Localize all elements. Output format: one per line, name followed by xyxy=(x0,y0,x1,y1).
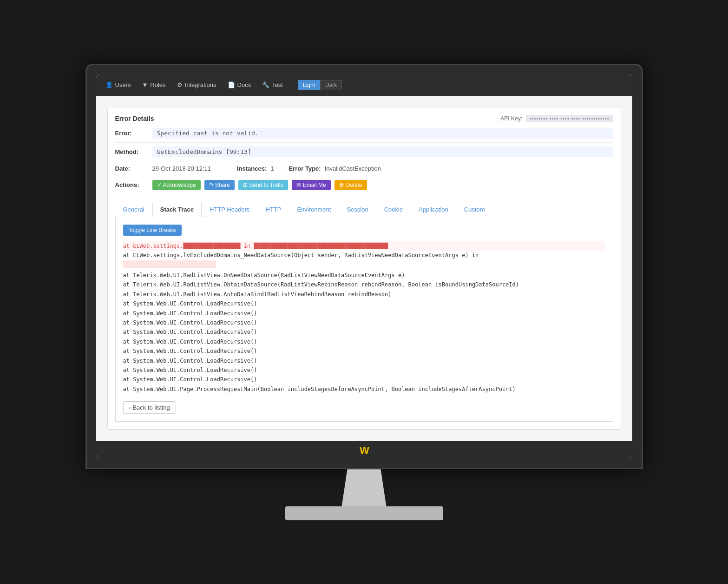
panel-title: Error Details xyxy=(115,115,154,122)
instances-label: Instances: xyxy=(237,165,267,172)
nav-item-docs[interactable]: 📄 Docs xyxy=(228,81,251,88)
tabs-container: General Stack Trace HTTP Headers HTTP En… xyxy=(115,202,613,422)
date-label: Date: xyxy=(115,165,152,172)
nav-item-users[interactable]: 👤 Users xyxy=(105,81,131,88)
theme-dark-button[interactable]: Dark xyxy=(320,80,342,90)
stack-trace-line: at System.Web.UI.Control.LoadRecursive() xyxy=(123,309,605,318)
rules-icon: ▼ xyxy=(142,81,148,88)
actions-row: Actions: ✓ Acknowledge ↷ Share ⊞ Send to… xyxy=(115,180,613,194)
tab-general[interactable]: General xyxy=(115,202,152,217)
stack-trace-content: at ELWeb.settings.█████████████████ in █… xyxy=(123,241,605,394)
monitor-wrapper: 👤 Users ▼ Rules ⚙ Integrations 📄 Docs 🔧 xyxy=(85,64,643,520)
error-type-item: Error Type: InvalidCastException xyxy=(289,165,381,172)
actions-list: ✓ Acknowledge ↷ Share ⊞ Send to Trello ✉… xyxy=(152,180,613,190)
monitor-stand-base xyxy=(285,506,443,520)
stack-trace-line: at System.Web.UI.Page.ProcessRequestMain… xyxy=(123,385,605,394)
monitor-stand-neck xyxy=(336,469,392,506)
send-to-trello-button[interactable]: ⊞ Send to Trello xyxy=(238,180,288,190)
tab-cookie[interactable]: Cookie xyxy=(376,202,411,217)
tab-http-headers[interactable]: HTTP Headers xyxy=(202,202,257,217)
actions-label: Actions: xyxy=(115,181,152,188)
stack-trace-line: at Telerik.Web.UI.RadListView.OnNeedData… xyxy=(123,271,605,280)
delete-button[interactable]: 🗑 Delete xyxy=(334,180,367,190)
stack-trace-line: at System.Web.UI.Control.LoadRecursive() xyxy=(123,318,605,327)
brand-logo: W xyxy=(360,445,368,457)
monitor-screen: 👤 Users ▼ Rules ⚙ Integrations 📄 Docs 🔧 xyxy=(85,64,643,469)
docs-icon: 📄 xyxy=(228,81,235,88)
method-label: Method: xyxy=(115,148,152,155)
api-key-section: API Key: •••••••• •••• •••• •••• •••••••… xyxy=(500,115,613,122)
stack-trace-line: at System.Web.UI.Control.LoadRecursive() xyxy=(123,337,605,346)
tab-custom[interactable]: Custom xyxy=(456,202,493,217)
tabs-list: General Stack Trace HTTP Headers HTTP En… xyxy=(115,202,613,217)
theme-light-button[interactable]: Light xyxy=(298,80,320,90)
email-me-button[interactable]: ✉ Email Me xyxy=(292,180,330,190)
tab-http[interactable]: HTTP xyxy=(258,202,289,217)
stack-trace-line: at System.Web.UI.Control.LoadRecursive() xyxy=(123,299,605,308)
back-to-listing-button[interactable]: ‹ Back to listing xyxy=(123,401,176,414)
date-value: 29-Oct-2018 20:12:11 xyxy=(152,165,211,172)
main-content: Error Details API Key: •••••••• •••• •••… xyxy=(96,96,632,441)
error-row: Error: Specified cast is not valid. xyxy=(115,128,613,143)
tab-content-stack-trace: Toggle Line Breaks at ELWeb.settings.███… xyxy=(115,217,613,422)
top-nav: 👤 Users ▼ Rules ⚙ Integrations 📄 Docs 🔧 xyxy=(96,74,632,96)
monitor-logo-bar: W xyxy=(96,441,632,458)
acknowledge-button[interactable]: ✓ Acknowledge xyxy=(152,180,201,190)
nav-item-test[interactable]: 🔧 Test xyxy=(262,81,283,88)
tab-environment[interactable]: Environment xyxy=(289,202,339,217)
api-key-value: •••••••• •••• •••• •••• •••••••••••• xyxy=(526,115,613,122)
stack-trace-line: at System.Web.UI.Control.LoadRecursive() xyxy=(123,327,605,337)
meta-section: 29-Oct-2018 20:12:11 Instances: 1 Error … xyxy=(152,165,613,172)
tab-session[interactable]: Session xyxy=(339,202,376,217)
stack-trace-line: at System.Web.UI.Control.LoadRecursive() xyxy=(123,346,605,356)
integrations-icon: ⚙ xyxy=(177,81,183,88)
instances-item: Instances: 1 xyxy=(237,165,274,172)
error-value: Specified cast is not valid. xyxy=(152,128,613,139)
error-details-panel: Error Details API Key: •••••••• •••• •••… xyxy=(107,107,621,430)
stack-trace-line: at Telerik.Web.UI.RadListView.AutoDataBi… xyxy=(123,290,605,299)
share-button[interactable]: ↷ Share xyxy=(204,180,235,190)
stack-trace-line: at System.Web.UI.Control.LoadRecursive() xyxy=(123,356,605,365)
api-key-label: API Key: xyxy=(500,115,522,122)
theme-toggle: Light Dark xyxy=(298,80,342,90)
instances-value: 1 xyxy=(270,165,274,172)
meta-row: Date: 29-Oct-2018 20:12:11 Instances: 1 … xyxy=(115,165,613,176)
stack-trace-line: at ELWeb.settings.█████████████████ in █… xyxy=(123,241,605,251)
stack-trace-line: at System.Web.UI.Control.LoadRecursive() xyxy=(123,375,605,384)
panel-header: Error Details API Key: •••••••• •••• •••… xyxy=(115,115,613,122)
tab-stack-trace[interactable]: Stack Trace xyxy=(152,202,202,217)
toggle-line-breaks-button[interactable]: Toggle Line Breaks xyxy=(123,225,182,236)
tab-application[interactable]: Application xyxy=(411,202,456,217)
stack-trace-line: at Telerik.Web.UI.RadListView.ObtainData… xyxy=(123,280,605,289)
stack-trace-line xyxy=(123,260,216,268)
nav-item-rules[interactable]: ▼ Rules xyxy=(142,81,165,88)
nav-item-integrations[interactable]: ⚙ Integrations xyxy=(177,81,216,88)
stack-trace-line: at System.Web.UI.Control.LoadRecursive() xyxy=(123,365,605,375)
monitor-bezel: 👤 Users ▼ Rules ⚙ Integrations 📄 Docs 🔧 xyxy=(96,74,632,458)
users-icon: 👤 xyxy=(105,81,113,88)
method-row: Method: GetExcludedDomains [99:13] xyxy=(115,146,613,161)
test-icon: 🔧 xyxy=(262,81,269,88)
stack-trace-line: at ELWeb.settings.lvExcludedDomains_Need… xyxy=(123,251,605,260)
error-type-value: InvalidCastException xyxy=(325,165,381,172)
error-label: Error: xyxy=(115,130,152,137)
error-type-label: Error Type: xyxy=(289,165,321,172)
method-value: GetExcludedDomains [99:13] xyxy=(152,146,613,157)
